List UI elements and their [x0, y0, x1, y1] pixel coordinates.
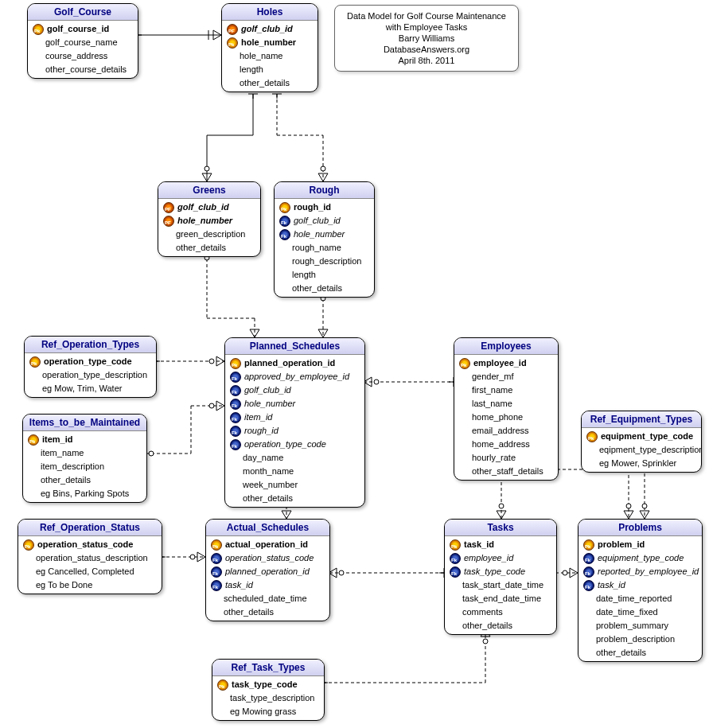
attribute-name: task_end_date_time — [462, 593, 541, 605]
entity-ref-operation-types: Ref_Operation_Typesoperation_type_codeop… — [24, 336, 157, 398]
no-key-icon — [459, 440, 469, 450]
attribute-row: date_time_fixed — [578, 605, 702, 619]
attribute-row: other_details — [578, 646, 702, 660]
entity-rough: Roughrough_idgolf_club_idhole_numberroug… — [274, 181, 375, 298]
attribute-name: task_type_code — [464, 566, 525, 578]
no-key-icon — [459, 386, 469, 395]
entity-employees: Employeesemployee_idgender_mffirst_namel… — [454, 337, 559, 481]
attribute-row: operation_type_code — [225, 438, 364, 451]
primary-key-icon — [217, 679, 228, 691]
attribute-name: eg Bins, Parking Spots — [41, 488, 129, 500]
attribute-row: other_details — [158, 241, 260, 255]
attribute-row: eg Cancelled, Completed — [18, 565, 162, 578]
attribute-name: rough_id — [294, 201, 331, 213]
primary-key-icon — [29, 356, 41, 368]
attribute-row: hole_number — [158, 214, 260, 228]
attribute-row: planned_operation_id — [225, 356, 364, 370]
svg-point-4 — [205, 166, 209, 171]
attribute-name: other_details — [240, 77, 290, 89]
svg-point-26 — [374, 380, 379, 384]
svg-point-37 — [563, 570, 567, 575]
attribute-name: item_description — [41, 461, 104, 473]
attribute-row: eg Mow, Trim, Water — [25, 382, 156, 395]
attribute-row: last_name — [454, 397, 558, 411]
attribute-name: course_address — [45, 50, 107, 62]
attribute-row: gender_mf — [454, 370, 558, 383]
primary-key-icon — [583, 539, 594, 551]
attribute-name: golf_club_id — [294, 215, 341, 227]
no-key-icon — [279, 271, 289, 280]
entity-title: Planned_Schedules — [225, 338, 364, 355]
primary-key-icon — [279, 202, 290, 213]
attribute-name: hourly_rate — [472, 452, 516, 464]
attribute-name: golf_course_id — [47, 23, 109, 35]
foreign-key-icon — [230, 439, 241, 450]
attribute-name: task_id — [464, 539, 494, 551]
attribute-row: hole_name — [222, 49, 317, 63]
attribute-row: eg To be Done — [18, 578, 162, 592]
callout-line: Data Model for Golf Course Maintenance — [343, 10, 510, 21]
no-key-icon — [279, 243, 289, 253]
attribute-name: task_start_date_time — [462, 579, 543, 591]
attribute-name: other_details — [596, 647, 646, 659]
attribute-name: scheduled_date_time — [224, 593, 307, 605]
attribute-name: golf_club_id — [177, 201, 229, 213]
attribute-name: date_time_reported — [596, 593, 672, 605]
entity-title: Tasks — [445, 520, 556, 536]
no-key-icon — [163, 230, 173, 239]
no-key-icon — [211, 594, 220, 604]
attribute-row: task_id — [445, 538, 556, 551]
attribute-name: task_id — [598, 579, 625, 591]
attribute-row: comments — [445, 605, 556, 619]
entity-title: Actual_Schedules — [206, 520, 329, 536]
no-key-icon — [583, 648, 593, 658]
no-key-icon — [227, 65, 236, 75]
attribute-row: golf_club_id — [222, 22, 317, 36]
entity-title: Ref_Operation_Status — [18, 520, 162, 536]
attribute-name: rough_description — [292, 255, 361, 267]
no-key-icon — [586, 446, 596, 455]
attribute-row: problem_summary — [578, 619, 702, 633]
primary-foreign-key-icon — [227, 24, 238, 35]
attribute-name: operation_type_code — [44, 356, 132, 368]
attribute-name: operation_type_code — [244, 438, 326, 450]
attribute-row: hole_number — [225, 397, 364, 411]
foreign-key-icon — [583, 553, 594, 564]
attribute-name: other_details — [224, 606, 274, 618]
attribute-row: rough_id — [225, 424, 364, 438]
attribute-row: date_time_reported — [578, 592, 702, 605]
attribute-name: other_details — [292, 282, 342, 294]
no-key-icon — [583, 608, 593, 617]
attribute-row: home_phone — [454, 411, 558, 424]
attribute-name: hole_number — [177, 215, 232, 227]
no-key-icon — [450, 594, 459, 604]
attribute-name: other_details — [176, 242, 226, 254]
attribute-name: hole_number — [294, 228, 345, 240]
attribute-row: problem_description — [578, 633, 702, 646]
attribute-name: other_details — [41, 474, 91, 486]
no-key-icon — [586, 459, 596, 469]
attribute-row: operation_status_description — [18, 551, 162, 565]
foreign-key-icon — [230, 412, 241, 423]
attribute-row: approved_by_employee_id — [225, 370, 364, 383]
no-key-icon — [23, 554, 33, 563]
attribute-name: hole_name — [240, 50, 282, 62]
attribute-name: first_name — [472, 384, 512, 396]
no-key-icon — [23, 581, 33, 590]
primary-key-icon — [230, 358, 241, 369]
no-key-icon — [227, 52, 236, 61]
primary-key-icon — [450, 539, 461, 551]
attribute-name: home_address — [472, 438, 530, 450]
attribute-row: other_staff_details — [454, 465, 558, 478]
attribute-row: employee_id — [445, 551, 556, 565]
attribute-row: item_description — [23, 460, 146, 473]
attribute-row: first_name — [454, 383, 558, 397]
attribute-name: operation_status_description — [36, 552, 148, 564]
attribute-row: task_id — [578, 578, 702, 592]
attribute-row: golf_course_id — [28, 22, 138, 36]
no-key-icon — [211, 608, 220, 617]
svg-point-40 — [483, 639, 488, 644]
attribute-row: golf_club_id — [225, 383, 364, 397]
no-key-icon — [33, 52, 42, 61]
entity-title: Ref_Equipment_Types — [582, 411, 701, 428]
